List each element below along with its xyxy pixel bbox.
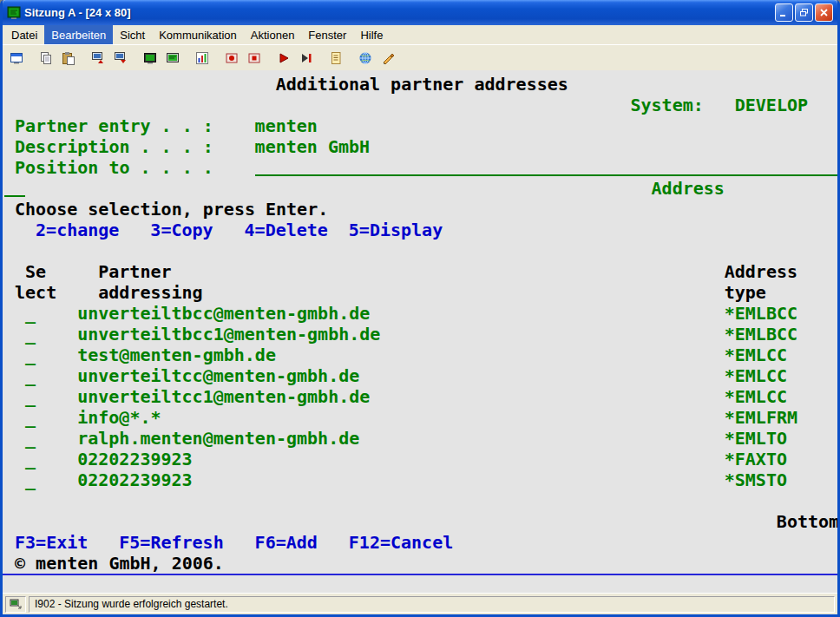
partner-address: 02202239923	[77, 449, 192, 469]
fkey-f3-exit: F3=Exit	[15, 532, 88, 553]
toolbar-group	[325, 48, 346, 69]
select-input[interactable]: _	[25, 324, 36, 345]
menu-item-kommunikation[interactable]: Kommunikation	[152, 25, 244, 44]
window-title: Sitzung A - [24 x 80]	[24, 6, 771, 19]
restore-icon	[798, 7, 810, 18]
select-input[interactable]: _	[25, 303, 36, 324]
close-icon	[818, 7, 830, 18]
select-input[interactable]: _	[25, 449, 36, 469]
screen-capture-icon[interactable]	[140, 48, 161, 69]
minimize-button[interactable]	[775, 3, 793, 22]
option-4-delete: 4=Delete	[245, 220, 328, 240]
status-message: I902 - Sitzung wurde erfolgreich gestart…	[35, 598, 228, 610]
address-type: *EMLCC	[725, 386, 787, 407]
new-session-icon[interactable]	[6, 48, 27, 69]
partner-address: ralph.menten@menten-gmbh.de	[77, 428, 359, 449]
toolbar-group	[6, 48, 27, 69]
receive-file-icon[interactable]	[110, 48, 131, 69]
status-icon-panel	[5, 596, 26, 613]
option-2-change: 2=change	[36, 220, 119, 240]
caption-buttons	[775, 3, 833, 22]
bottom-indicator: Bottom	[777, 511, 837, 532]
left-input-field[interactable]	[4, 178, 25, 197]
status-bar: I902 - Sitzung wurde erfolgreich gestart…	[3, 593, 837, 614]
title-bar[interactable]: Sitzung A - [24 x 80]	[3, 0, 837, 25]
partner-entry-value: menten	[255, 115, 318, 136]
col-header-partner-1: Partner	[98, 261, 171, 282]
menu-item-fenster[interactable]: Fenster	[301, 25, 353, 44]
close-button[interactable]	[815, 3, 833, 22]
option-5-display: 5=Display	[349, 220, 443, 240]
minimize-icon	[778, 7, 790, 18]
toolbar-group	[36, 48, 79, 69]
record-macro-icon[interactable]	[221, 48, 242, 69]
select-input[interactable]: _	[25, 407, 36, 428]
address-column-caption: Address	[652, 178, 725, 199]
step-macro-icon[interactable]	[296, 48, 317, 69]
position-to-label: Position to . . . .	[15, 157, 213, 178]
select-input[interactable]: _	[25, 365, 36, 386]
fkey-f6-add: F6=Add	[255, 532, 318, 553]
position-to-input[interactable]	[255, 157, 837, 176]
chart-icon[interactable]	[192, 48, 213, 69]
menu-bar: DateiBearbeitenSichtKommunikationAktione…	[3, 25, 837, 44]
address-type: *EMLTO	[725, 428, 787, 449]
menu-item-aktionen[interactable]: Aktionen	[244, 25, 302, 44]
terminal-screen[interactable]: Additional partner addressesSystem:DEVEL…	[3, 70, 837, 574]
address-type: *EMLBCC	[725, 324, 797, 345]
select-input[interactable]: _	[25, 386, 36, 407]
address-type: *EMLBCC	[725, 303, 797, 324]
app-icon	[7, 6, 21, 20]
web-icon[interactable]	[355, 48, 376, 69]
col-header-partner-2: addressing	[98, 282, 202, 303]
edit-icon[interactable]	[377, 48, 398, 69]
partner-address: unverteiltcc@menten-gmbh.de	[77, 365, 359, 386]
select-input[interactable]: _	[25, 469, 36, 490]
toolbar-group	[355, 48, 398, 69]
address-type: *EMLCC	[725, 345, 787, 365]
copy-icon[interactable]	[36, 48, 56, 69]
notes-icon[interactable]	[325, 48, 346, 69]
toolbar-group	[221, 48, 265, 69]
menu-item-hilfe[interactable]: Hilfe	[353, 25, 390, 44]
toolbar-group	[273, 48, 317, 69]
select-input[interactable]: _	[25, 345, 36, 365]
select-input[interactable]: _	[25, 428, 36, 449]
oia-area	[3, 575, 837, 593]
send-file-icon[interactable]	[88, 48, 108, 69]
terminal-session-icon	[7, 6, 21, 20]
restore-button[interactable]	[795, 3, 813, 22]
address-type: *EMLCC	[725, 365, 787, 386]
stop-macro-icon[interactable]	[244, 48, 265, 69]
description-label: Description . . . :	[15, 136, 213, 157]
status-message-panel: I902 - Sitzung wurde erfolgreich gestart…	[29, 596, 835, 613]
partner-entry-label: Partner entry . . :	[15, 115, 213, 136]
col-header-type-2: type	[725, 282, 766, 303]
partner-address: unverteiltcc1@menten-gmbh.de	[77, 386, 370, 407]
menu-item-sicht[interactable]: Sicht	[113, 25, 152, 44]
menu-item-bearbeiten[interactable]: Bearbeiten	[44, 25, 113, 44]
address-type: *FAXTO	[725, 449, 787, 469]
copyright-text: © menten GmbH, 2006.	[15, 553, 224, 574]
toolbar-group	[140, 48, 183, 69]
toolbar	[3, 44, 837, 70]
menu-item-datei[interactable]: Datei	[4, 25, 44, 44]
system-value: DEVELOP	[735, 95, 808, 115]
connection-status-icon	[10, 598, 22, 610]
play-macro-icon[interactable]	[273, 48, 294, 69]
partner-address: test@menten-gmbh.de	[77, 345, 276, 365]
address-type: *SMSTO	[725, 469, 787, 490]
description-value: menten GmbH	[255, 136, 370, 157]
col-header-select-1: Se	[25, 261, 46, 282]
col-header-type-1: Address	[725, 261, 797, 282]
address-type: *EMLFRM	[725, 407, 797, 428]
toolbar-group	[88, 48, 131, 69]
display-setup-icon[interactable]	[162, 48, 183, 69]
fkey-f5-refresh: F5=Refresh	[119, 532, 223, 553]
app-window: Sitzung A - [24 x 80] DateiBearbeitenSic…	[0, 0, 840, 617]
toolbar-group	[192, 48, 213, 69]
paste-icon[interactable]	[58, 48, 79, 69]
partner-address: info@*.*	[77, 407, 161, 428]
option-3-copy: 3=Copy	[150, 220, 213, 240]
col-header-select-2: lect	[15, 282, 56, 303]
